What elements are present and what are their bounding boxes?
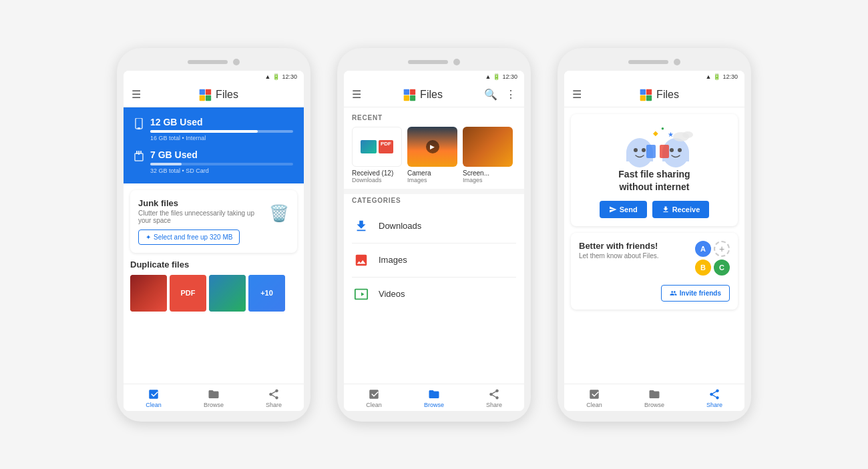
share-icon-1	[268, 388, 280, 400]
files-logo-3	[639, 88, 652, 101]
clean-icon-2	[368, 388, 380, 400]
svg-rect-14	[640, 89, 646, 94]
sd-storage-bar-bg	[150, 163, 293, 165]
avatar-yellow: B	[695, 260, 711, 276]
storage-section: 12 GB Used 16 GB total • Internal	[124, 107, 304, 183]
phone-3: ▲ 🔋 12:30 ☰ Files	[558, 48, 751, 422]
internal-storage-bar-fill	[150, 130, 258, 133]
svg-rect-1	[206, 89, 211, 94]
cat-videos[interactable]: Videos	[352, 278, 516, 311]
ghosts-svg: ◆ ● ★	[621, 125, 694, 171]
bottom-nav-1: Clean Browse Share	[124, 384, 304, 411]
divider-2	[344, 189, 524, 194]
nav-clean-3[interactable]: Clean	[564, 388, 624, 408]
files-logo-1	[198, 88, 212, 101]
svg-text:●: ●	[661, 125, 664, 131]
play-icon-camera: ▶	[407, 127, 457, 167]
time-2: 12:30	[502, 73, 517, 80]
recent-item-received[interactable]: PDF Received (12) Downloads	[352, 127, 402, 183]
screenshots-title: Screen...	[463, 169, 513, 177]
svg-rect-12	[404, 95, 409, 100]
sharing-title: Fast file sharing without internet	[618, 168, 690, 194]
free-up-label: Select and free up 320 MB	[154, 233, 232, 241]
svg-rect-22	[646, 145, 656, 158]
phone-2-screen: ▲ 🔋 12:30 ☰ Files 🔍	[344, 71, 524, 411]
app-bar-actions-2: 🔍 ⋮	[484, 88, 516, 101]
cat-downloads[interactable]: Downloads	[352, 209, 516, 244]
svg-rect-11	[410, 89, 415, 94]
categories-section: CATEGORIES Downloads	[344, 194, 524, 314]
categories-label: CATEGORIES	[352, 197, 516, 204]
junk-card: Junk files Clutter the files unnecessari…	[130, 190, 297, 253]
phones-container: ▲ 🔋 12:30 ☰ Files	[103, 35, 765, 435]
invite-friends-button[interactable]: Invite friends	[661, 285, 730, 302]
thumb-1	[130, 275, 167, 312]
add-avatar[interactable]: +	[714, 241, 730, 257]
files-logo-2	[403, 88, 416, 101]
phone-2-content: RECENT PDF Received (12) Downloads	[344, 107, 524, 384]
app-bar-3: ☰ Files	[564, 83, 744, 107]
nav-browse-2[interactable]: Browse	[404, 388, 464, 408]
camera-title: Camera	[407, 169, 457, 177]
clean-icon-3	[588, 388, 600, 400]
phone-1-speaker	[188, 60, 228, 64]
free-up-button[interactable]: ✦ Select and free up 320 MB	[138, 229, 240, 245]
videos-label: Videos	[379, 289, 405, 299]
nav-clean-2[interactable]: Clean	[344, 388, 404, 408]
phone-1: ▲ 🔋 12:30 ☰ Files	[117, 48, 310, 422]
svg-rect-10	[404, 89, 409, 94]
sharing-buttons: Send Receive	[600, 201, 710, 218]
battery-icon-1: 🔋	[272, 73, 280, 80]
junk-emoji-icon: 🗑️	[269, 204, 289, 223]
recent-item-camera[interactable]: ▶ Camera Images	[407, 127, 457, 183]
phone-storage-icon	[134, 118, 144, 132]
hamburger-icon-3[interactable]: ☰	[572, 88, 582, 101]
nav-clean-label-1: Clean	[146, 402, 162, 408]
signal-icon-1: ▲	[265, 73, 271, 80]
receive-button[interactable]: Receive	[652, 201, 710, 218]
phone-1-screen: ▲ 🔋 12:30 ☰ Files	[124, 71, 304, 411]
nav-share-2[interactable]: Share	[464, 388, 524, 408]
nav-browse-1[interactable]: Browse	[184, 388, 244, 408]
hamburger-icon-1[interactable]: ☰	[132, 88, 141, 101]
nav-clean-1[interactable]: Clean	[124, 388, 184, 408]
hamburger-icon-2[interactable]: ☰	[352, 88, 361, 101]
app-bar-title-2: Files	[361, 88, 484, 101]
recent-item-screenshots[interactable]: Screen... Images	[463, 127, 513, 183]
status-bar-1: ▲ 🔋 12:30	[124, 71, 304, 83]
battery-icon-2: 🔋	[493, 73, 500, 80]
nav-share-3[interactable]: Share	[684, 388, 744, 408]
pdf-icon-1: PDF	[181, 289, 196, 297]
app-bar-title-1: Files	[141, 88, 296, 101]
svg-point-32	[682, 131, 693, 138]
svg-rect-0	[200, 89, 205, 94]
browse-icon-3	[648, 388, 660, 400]
nav-browse-3[interactable]: Browse	[624, 388, 684, 408]
junk-card-header: Junk files Clutter the files unnecessari…	[138, 198, 289, 229]
cat-images[interactable]: Images	[352, 244, 516, 278]
images-icon	[352, 251, 371, 270]
avatar-blue: A	[695, 241, 711, 257]
more-icon-2[interactable]: ⋮	[505, 88, 516, 101]
internal-storage-bar-bg	[150, 130, 293, 133]
duplicate-title: Duplicate files	[130, 260, 297, 270]
friends-card: Better with friends! Let them know about…	[571, 233, 738, 310]
nav-browse-label-2: Browse	[424, 402, 444, 408]
phone-1-camera	[233, 59, 240, 65]
recent-thumb-camera: ▶	[407, 127, 457, 167]
images-label: Images	[379, 255, 407, 265]
send-button[interactable]: Send	[600, 201, 647, 218]
app-title-1: Files	[216, 89, 238, 101]
invite-friends-label: Invite friends	[680, 290, 721, 297]
nav-share-1[interactable]: Share	[244, 388, 304, 408]
search-icon-2[interactable]: 🔍	[484, 88, 497, 101]
downloads-label: Downloads	[379, 221, 421, 231]
phone-2-speaker	[408, 60, 448, 64]
send-label: Send	[620, 205, 638, 213]
internal-storage-sub: 16 GB total • Internal	[150, 135, 293, 141]
phone-3-screen: ▲ 🔋 12:30 ☰ Files	[564, 71, 744, 411]
friends-avatars: A + B C	[695, 241, 730, 276]
sd-storage-bar-fill	[150, 163, 182, 165]
avatar-green: C	[714, 260, 730, 276]
junk-info: Junk files Clutter the files unnecessari…	[138, 198, 269, 229]
